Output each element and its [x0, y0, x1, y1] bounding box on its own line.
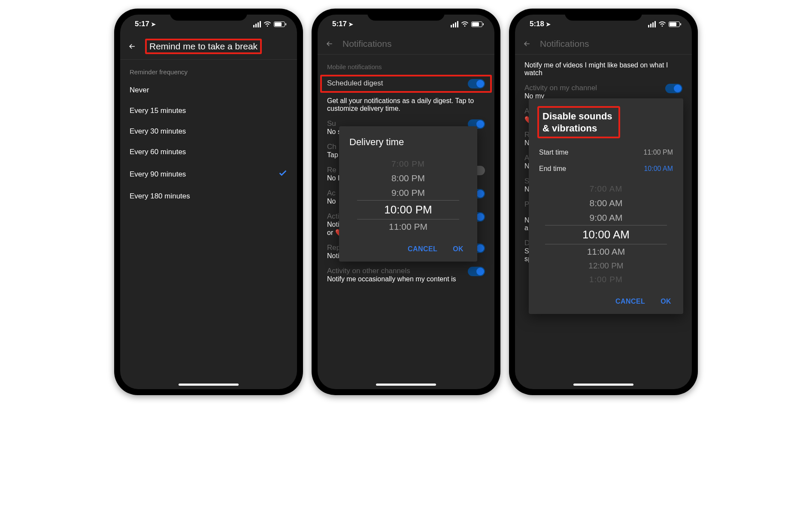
dialog-title: Disable sounds& vibrations — [542, 111, 612, 134]
option-180min[interactable]: Every 180 minutes — [120, 186, 297, 207]
back-icon[interactable] — [325, 40, 334, 48]
status-time: 5:18 — [530, 20, 544, 28]
option-15min[interactable]: Every 15 minutes — [120, 101, 297, 121]
toggle-icon[interactable] — [468, 267, 485, 276]
setting-scheduled-digest[interactable]: Scheduled digest — [323, 77, 489, 90]
page-title: Notifications — [342, 39, 391, 49]
phone-frame-2: 5:17 ➤ Notifications Mobile notification… — [312, 9, 500, 395]
status-time: 5:17 — [135, 20, 149, 28]
scheduled-digest-desc: Get all your notifications as a daily di… — [327, 97, 485, 113]
notch — [367, 9, 445, 21]
delivery-time-dialog: Delivery time 7:00 PM 8:00 PM 9:00 PM 10… — [339, 126, 477, 262]
annotation-highlight: Scheduled digest — [320, 75, 492, 93]
home-indicator[interactable] — [179, 384, 239, 386]
battery-icon — [274, 21, 285, 27]
battery-icon — [471, 21, 482, 27]
cancel-button[interactable]: CANCEL — [408, 245, 437, 253]
phone-frame-3: 5:18 ➤ Notifications Notify me of videos… — [509, 9, 698, 395]
toggle-scheduled-digest[interactable] — [468, 79, 485, 88]
header: Notifications — [515, 34, 692, 55]
notch — [170, 9, 247, 21]
time-picker[interactable]: 7:00 PM 8:00 PM 9:00 PM 10:00 PM 11:00 P… — [357, 157, 459, 234]
time-picker[interactable]: 7:00 AM 8:00 AM 9:00 AM 10:00 AM 11:00 A… — [545, 182, 667, 286]
start-time-row[interactable]: Start time 11:00 PM — [537, 144, 675, 161]
dialog-title: Delivery time — [349, 137, 467, 148]
checkmark-icon — [278, 168, 288, 180]
ok-button[interactable]: OK — [453, 245, 464, 253]
option-90min[interactable]: Every 90 minutes — [120, 162, 297, 186]
screen-1: 5:17 ➤ Remind me to take a break Reminde… — [120, 15, 297, 389]
location-icon: ➤ — [546, 21, 551, 27]
section-header: Mobile notifications — [318, 57, 494, 75]
annotation-highlight: Remind me to take a break — [145, 39, 262, 54]
recommended-desc: Notify me of videos I might like based o… — [524, 61, 682, 77]
phone-frame-1: 5:17 ➤ Remind me to take a break Reminde… — [114, 9, 303, 395]
option-30min[interactable]: Every 30 minutes — [120, 121, 297, 142]
signal-icon — [253, 21, 261, 27]
screen-2: 5:17 ➤ Notifications Mobile notification… — [318, 15, 494, 389]
setting-other-channels[interactable]: Activity on other channelsNotify me occa… — [318, 262, 494, 286]
section-header: Reminder frequency — [120, 62, 297, 80]
home-indicator[interactable] — [573, 384, 633, 386]
header: Notifications — [318, 34, 494, 55]
wifi-icon — [461, 20, 469, 28]
annotation-highlight: Disable sounds& vibrations — [537, 106, 620, 138]
header: Remind me to take a break — [120, 34, 297, 60]
page-title: Remind me to take a break — [149, 41, 258, 51]
screen-3: 5:18 ➤ Notifications Notify me of videos… — [515, 15, 692, 389]
location-icon: ➤ — [151, 21, 156, 27]
status-time: 5:17 — [332, 20, 347, 28]
wifi-icon — [658, 20, 666, 28]
signal-icon — [648, 21, 656, 27]
location-icon: ➤ — [348, 21, 353, 27]
toggle-icon[interactable] — [665, 84, 682, 93]
cancel-button[interactable]: CANCEL — [615, 298, 645, 305]
end-time-row[interactable]: End time 10:00 AM — [537, 161, 675, 177]
option-60min[interactable]: Every 60 minutes — [120, 142, 297, 162]
back-icon[interactable] — [523, 40, 531, 48]
signal-icon — [451, 21, 458, 27]
wifi-icon — [264, 20, 271, 28]
page-title: Notifications — [540, 39, 589, 49]
disable-sounds-dialog: Disable sounds& vibrations Start time 11… — [529, 98, 683, 314]
home-indicator[interactable] — [376, 384, 436, 386]
battery-icon — [669, 21, 680, 27]
back-icon[interactable] — [128, 42, 136, 51]
notch — [565, 9, 642, 21]
option-never[interactable]: Never — [120, 80, 297, 101]
ok-button[interactable]: OK — [661, 298, 671, 305]
